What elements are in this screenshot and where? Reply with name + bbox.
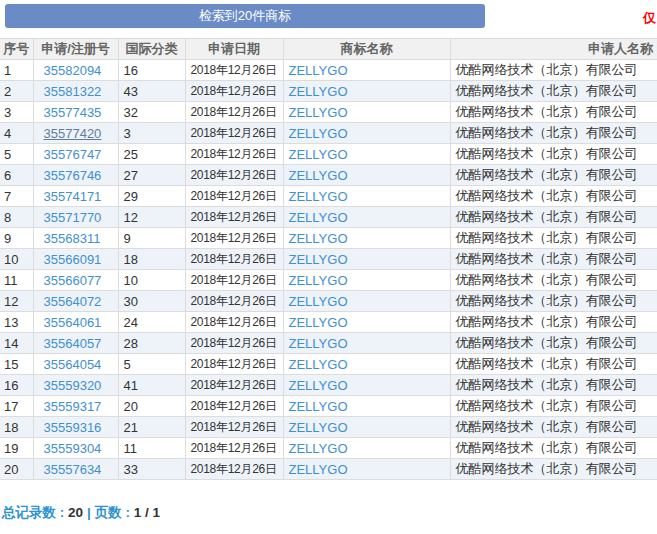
serial-number-cell: 7 [0, 186, 33, 207]
page-count-colon: : [122, 505, 134, 520]
trademark-name-text: ZELLYGO [289, 63, 348, 78]
header-trademark-name: 商标名称 [283, 39, 450, 60]
application-number-cell: 35566077 [33, 270, 118, 291]
application-date-cell: 2018年12月26日 [185, 417, 283, 438]
application-number-cell: 35582094 [33, 60, 118, 81]
application-date-cell: 2018年12月26日 [185, 123, 283, 144]
trademark-name-cell: ZELLYGO [283, 249, 450, 270]
trademark-name-text: ZELLYGO [289, 273, 348, 288]
applicant-name-cell: 优酷网络技术（北京）有限公司 [450, 396, 657, 417]
application-number-link[interactable]: 35582094 [44, 63, 102, 78]
application-number-link[interactable]: 35581322 [44, 84, 102, 99]
application-date-cell: 2018年12月26日 [185, 291, 283, 312]
table-row: 18 35559316 21 2018年12月26日 ZELLYGO 优酷网络技… [0, 417, 657, 438]
application-number-link[interactable]: 35564057 [44, 336, 102, 351]
international-class-cell: 33 [118, 459, 185, 480]
application-number-link[interactable]: 35568311 [44, 231, 101, 246]
application-number-link[interactable]: 35577420 [44, 126, 102, 141]
application-date-cell: 2018年12月26日 [185, 438, 283, 459]
table-body: 1 35582094 16 2018年12月26日 ZELLYGO 优酷网络技术… [0, 60, 657, 480]
application-number-link[interactable]: 35566091 [44, 252, 102, 267]
trademark-name-text: ZELLYGO [289, 315, 348, 330]
application-date-cell: 2018年12月26日 [185, 165, 283, 186]
application-number-link[interactable]: 35574171 [44, 189, 102, 204]
table-row: 19 35559304 11 2018年12月26日 ZELLYGO 优酷网络技… [0, 438, 657, 459]
trademark-name-cell: ZELLYGO [283, 81, 450, 102]
application-number-cell: 35564072 [33, 291, 118, 312]
results-count-banner: 检索到20件商标 [5, 4, 485, 28]
table-row: 13 35564061 24 2018年12月26日 ZELLYGO 优酷网络技… [0, 312, 657, 333]
international-class-cell: 27 [118, 165, 185, 186]
application-number-link[interactable]: 35564072 [44, 294, 102, 309]
table-row: 6 35576746 27 2018年12月26日 ZELLYGO 优酷网络技术… [0, 165, 657, 186]
serial-number-cell: 13 [0, 312, 33, 333]
trademark-name-text: ZELLYGO [289, 399, 348, 414]
trademark-search-results-page: { "colors": { "banner_blue": "#6a8bc6", … [0, 0, 657, 534]
application-number-link[interactable]: 35576746 [44, 168, 102, 183]
serial-number-cell: 17 [0, 396, 33, 417]
serial-number-cell: 1 [0, 60, 33, 81]
applicant-name-cell: 优酷网络技术（北京）有限公司 [450, 186, 657, 207]
international-class-cell: 25 [118, 144, 185, 165]
applicant-name-cell: 优酷网络技术（北京）有限公司 [450, 81, 657, 102]
application-number-cell: 35571770 [33, 207, 118, 228]
trademark-name-text: ZELLYGO [289, 462, 348, 477]
international-class-cell: 3 [118, 123, 185, 144]
table-header-row: 序号 申请/注册号 国际分类 申请日期 商标名称 申请人名称 [0, 39, 657, 60]
application-date-cell: 2018年12月26日 [185, 186, 283, 207]
application-date-cell: 2018年12月26日 [185, 144, 283, 165]
international-class-cell: 43 [118, 81, 185, 102]
table-row: 10 35566091 18 2018年12月26日 ZELLYGO 优酷网络技… [0, 249, 657, 270]
application-number-link[interactable]: 35576747 [44, 147, 102, 162]
application-number-cell: 35581322 [33, 81, 118, 102]
trademark-name-cell: ZELLYGO [283, 144, 450, 165]
application-number-link[interactable]: 35566077 [44, 273, 102, 288]
application-date-cell: 2018年12月26日 [185, 102, 283, 123]
application-number-cell: 35559304 [33, 438, 118, 459]
serial-number-cell: 10 [0, 249, 33, 270]
application-date-cell: 2018年12月26日 [185, 60, 283, 81]
serial-number-cell: 8 [0, 207, 33, 228]
trademark-name-cell: ZELLYGO [283, 186, 450, 207]
table-row: 12 35564072 30 2018年12月26日 ZELLYGO 优酷网络技… [0, 291, 657, 312]
table-row: 8 35571770 12 2018年12月26日 ZELLYGO 优酷网络技术… [0, 207, 657, 228]
trademark-name-cell: ZELLYGO [283, 354, 450, 375]
trademark-name-text: ZELLYGO [289, 294, 348, 309]
application-number-link[interactable]: 35559304 [44, 441, 102, 456]
application-number-link[interactable]: 35564061 [44, 315, 102, 330]
trademark-name-text: ZELLYGO [289, 168, 348, 183]
application-number-link[interactable]: 35559317 [44, 399, 102, 414]
trademark-name-text: ZELLYGO [289, 378, 348, 393]
international-class-cell: 5 [118, 354, 185, 375]
table-row: 5 35576747 25 2018年12月26日 ZELLYGO 优酷网络技术… [0, 144, 657, 165]
application-number-link[interactable]: 35571770 [44, 210, 102, 225]
application-number-link[interactable]: 35559316 [44, 420, 102, 435]
application-number-cell: 35568311 [33, 228, 118, 249]
page-count-label: 页数 [95, 505, 122, 520]
serial-number-cell: 4 [0, 123, 33, 144]
applicant-name-cell: 优酷网络技术（北京）有限公司 [450, 438, 657, 459]
trademark-name-text: ZELLYGO [289, 126, 348, 141]
serial-number-cell: 3 [0, 102, 33, 123]
application-date-cell: 2018年12月26日 [185, 249, 283, 270]
trademark-name-cell: ZELLYGO [283, 207, 450, 228]
trademark-name-text: ZELLYGO [289, 84, 348, 99]
serial-number-cell: 15 [0, 354, 33, 375]
application-number-link[interactable]: 35564054 [44, 357, 102, 372]
applicant-name-cell: 优酷网络技术（北京）有限公司 [450, 270, 657, 291]
serial-number-cell: 18 [0, 417, 33, 438]
application-number-link[interactable]: 35577435 [44, 105, 102, 120]
international-class-cell: 24 [118, 312, 185, 333]
trademark-name-text: ZELLYGO [289, 147, 348, 162]
applicant-name-cell: 优酷网络技术（北京）有限公司 [450, 291, 657, 312]
pagination-summary: 总记录数 : 20|页数 : 1 / 1 [2, 504, 160, 522]
serial-number-cell: 5 [0, 144, 33, 165]
trademark-name-cell: ZELLYGO [283, 312, 450, 333]
application-number-link[interactable]: 35559320 [44, 378, 102, 393]
total-records-value: 20 [68, 505, 83, 520]
application-number-link[interactable]: 35557634 [44, 462, 102, 477]
applicant-name-cell: 优酷网络技术（北京）有限公司 [450, 165, 657, 186]
table-row: 3 35577435 32 2018年12月26日 ZELLYGO 优酷网络技术… [0, 102, 657, 123]
trademark-name-cell: ZELLYGO [283, 228, 450, 249]
trademark-name-cell: ZELLYGO [283, 333, 450, 354]
